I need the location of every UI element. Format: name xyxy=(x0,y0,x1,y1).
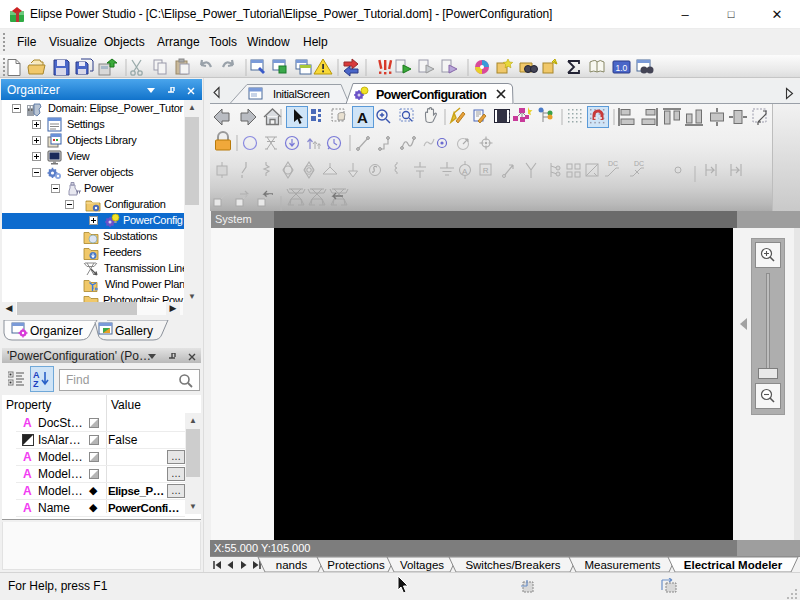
svg-text:Gallery: Gallery xyxy=(115,324,153,338)
svg-text:1.0: 1.0 xyxy=(616,63,628,73)
svg-text:Voltages: Voltages xyxy=(400,559,444,571)
svg-text:A: A xyxy=(462,167,468,176)
svg-text:A: A xyxy=(357,109,368,126)
svg-text:Protections: Protections xyxy=(327,559,385,571)
svg-text:Electrical Modeler: Electrical Modeler xyxy=(684,559,783,571)
svg-text:DC: DC xyxy=(608,160,618,167)
svg-text:Measurements: Measurements xyxy=(584,559,660,571)
svg-text:DC: DC xyxy=(634,160,644,167)
svg-text:R: R xyxy=(483,166,489,175)
svg-text:PowerConfiguration: PowerConfiguration xyxy=(376,88,486,102)
svg-text:Switches/Breakers: Switches/Breakers xyxy=(465,559,560,571)
svg-text:Organizer: Organizer xyxy=(30,324,83,338)
svg-text:nands: nands xyxy=(276,559,308,571)
svg-text:Z: Z xyxy=(33,379,39,388)
svg-text:InitialScreen: InitialScreen xyxy=(273,88,330,100)
